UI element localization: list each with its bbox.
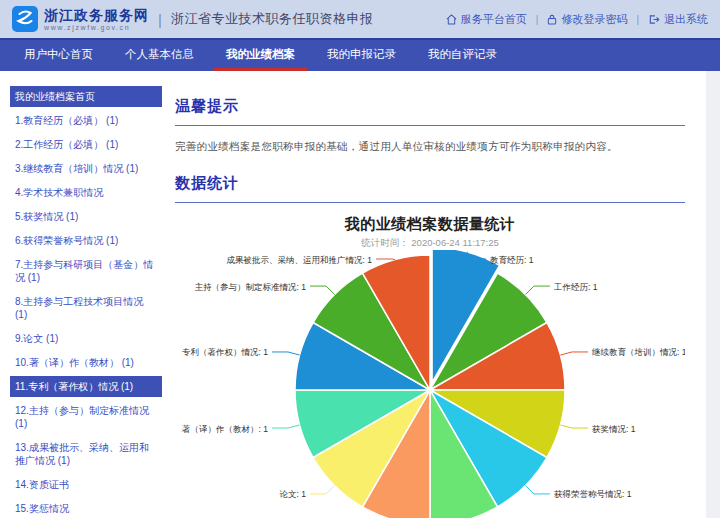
link-separator: |	[536, 14, 539, 25]
nav-tab-label: 个人基本信息	[125, 48, 194, 60]
content-area: 我的业绩档案首页 1.教育经历（必填） (1) 2.工作经历（必填） (1) 3…	[0, 71, 720, 518]
nav-tab[interactable]: 我的申报记录	[315, 40, 408, 71]
site-logo-icon	[12, 6, 38, 32]
sidebar-item-label: 3.继续教育（培训）情况 (1)	[15, 163, 138, 174]
logout-link[interactable]: 退出系统	[648, 12, 708, 27]
nav-tab[interactable]: 个人基本信息	[113, 40, 206, 71]
performance-pie-chart: 教育经历: 1工作经历: 1继续教育（培训）情况: 1获奖情况: 1获得荣誉称号…	[175, 250, 685, 518]
sidebar-item[interactable]: 我的业绩档案首页	[10, 86, 162, 107]
sidebar-item-label: 4.学术技术兼职情况	[15, 187, 103, 198]
lock-icon	[547, 14, 557, 25]
nav-tab-label: 用户中心首页	[24, 48, 93, 60]
nav-tab-label: 我的申报记录	[327, 48, 396, 60]
pie-label-leader	[310, 286, 334, 294]
sidebar-item-label: 11.专利（著作权）情况 (1)	[15, 381, 133, 392]
sidebar-item-label: 12.主持（参与）制定标准情况 (1)	[15, 405, 149, 429]
platform-home-link[interactable]: 服务平台首页	[446, 12, 527, 27]
site-header: 浙江政务服务网 www.zjzwfw.gov.cn | 浙江省专业技术职务任职资…	[0, 0, 720, 40]
sidebar-item-label: 13.成果被批示、采纳、运用和推广情况 (1)	[15, 442, 149, 466]
app-title: 浙江省专业技术职务任职资格申报	[171, 10, 374, 28]
sidebar-item[interactable]: 1.教育经历（必填） (1)	[10, 110, 162, 131]
sidebar-item-label: 9.论文 (1)	[15, 333, 58, 344]
sidebar-item[interactable]: 2.工作经历（必填） (1)	[10, 134, 162, 155]
home-icon	[446, 14, 457, 25]
stats-heading: 数据统计	[175, 174, 685, 193]
chart-title: 我的业绩档案数据量统计	[175, 215, 685, 234]
pie-label-leader	[560, 425, 588, 428]
sidebar-item-label: 2.工作经历（必填） (1)	[15, 139, 118, 150]
change-password-link[interactable]: 修改登录密码	[547, 12, 627, 27]
pie-slice-label: 继续教育（培训）情况: 1	[591, 347, 685, 357]
site-url: www.zjzwfw.gov.cn	[44, 24, 149, 31]
main-nav: 用户中心首页 个人基本信息 我的业绩档案 我的申报记录 我的自评记录	[0, 40, 720, 71]
pie-label-leader	[272, 352, 300, 355]
pie-label-leader	[560, 352, 588, 355]
sidebar-item-label: 1.教育经历（必填） (1)	[15, 115, 118, 126]
page-container: 我的业绩档案首页 1.教育经历（必填） (1) 2.工作经历（必填） (1) 3…	[0, 71, 706, 518]
sidebar-item-label: 我的业绩档案首页	[15, 91, 95, 102]
sidebar-item[interactable]: 14.资质证书	[10, 474, 162, 495]
sidebar-item[interactable]: 4.学术技术兼职情况	[10, 182, 162, 203]
sidebar-item[interactable]: 3.继续教育（培训）情况 (1)	[10, 158, 162, 179]
sidebar-item[interactable]: 7.主持参与科研项目（基金）情况 (1)	[10, 254, 162, 288]
section-rule	[175, 125, 685, 126]
tips-text: 完善的业绩档案是您职称申报的基础，通过用人单位审核的业绩项方可作为职称申报的内容…	[175, 140, 685, 154]
pie-slice-label: 教育经历: 1	[490, 255, 534, 265]
pie-label-leader	[525, 485, 549, 493]
pie-slice-label: 著（译）作（教材）: 1	[181, 424, 268, 434]
pie-slice-label: 主持（参与）制定标准情况: 1	[195, 282, 307, 292]
pie-slice-label: 获得荣誉称号情况: 1	[554, 489, 632, 499]
sidebar-item[interactable]: 10.著（译）作（教材） (1)	[10, 352, 162, 373]
sidebar-item[interactable]: 6.获得荣誉称号情况 (1)	[10, 230, 162, 251]
sidebar-item[interactable]: 13.成果被批示、采纳、运用和推广情况 (1)	[10, 437, 162, 471]
header-divider: |	[158, 11, 162, 28]
sidebar-item[interactable]: 11.专利（著作权）情况 (1)	[10, 376, 162, 397]
section-rule	[175, 202, 685, 203]
pie-slice-label: 工作经历: 1	[553, 282, 598, 292]
pie-slice-label: 专利（著作权）情况: 1	[182, 347, 268, 357]
pie-label-leader	[272, 425, 300, 428]
pie-slice-label: 论文: 1	[280, 489, 307, 499]
header-links: 服务平台首页 | 修改登录密码 | 退出系统	[446, 12, 708, 27]
pie-label-leader	[376, 259, 395, 260]
sidebar-item-label: 14.资质证书	[15, 479, 69, 490]
nav-tab[interactable]: 用户中心首页	[12, 40, 105, 71]
pie-slice-label: 获奖情况: 1	[592, 424, 636, 434]
sidebar-item[interactable]: 12.主持（参与）制定标准情况 (1)	[10, 400, 162, 434]
pie-label-leader	[525, 286, 549, 294]
site-name: 浙江政务服务网	[44, 8, 149, 22]
sidebar-item-label: 10.著（译）作（教材） (1)	[15, 357, 134, 368]
pie-label-leader	[310, 485, 334, 493]
sidebar-item[interactable]: 15.奖惩情况	[10, 498, 162, 518]
sidebar-item[interactable]: 9.论文 (1)	[10, 328, 162, 349]
site-logo-text: 浙江政务服务网 www.zjzwfw.gov.cn	[44, 8, 149, 31]
sidebar-item[interactable]: 5.获奖情况 (1)	[10, 206, 162, 227]
sidebar-item-label: 6.获得荣誉称号情况 (1)	[15, 235, 118, 246]
tips-heading: 温馨提示	[175, 97, 685, 116]
pie-slice-label: 成果被批示、采纳、运用和推广情况: 1	[227, 255, 373, 265]
sidebar-item-label: 5.获奖情况 (1)	[15, 211, 78, 222]
chart-subtitle: 统计时间： 2020-06-24 11:17:25	[175, 237, 685, 250]
nav-tab[interactable]: 我的业绩档案	[214, 40, 307, 71]
sidebar-item-label: 7.主持参与科研项目（基金）情况 (1)	[15, 259, 153, 283]
sidebar-item[interactable]: 8.主持参与工程技术项目情况 (1)	[10, 291, 162, 325]
nav-tab[interactable]: 我的自评记录	[416, 40, 509, 71]
nav-tab-label: 我的自评记录	[428, 48, 497, 60]
sidebar-item-label: 8.主持参与工程技术项目情况 (1)	[15, 296, 143, 320]
sidebar-menu: 我的业绩档案首页 1.教育经历（必填） (1) 2.工作经历（必填） (1) 3…	[10, 86, 162, 518]
link-separator: |	[636, 14, 639, 25]
sidebar-item-label: 15.奖惩情况	[15, 503, 69, 514]
nav-tab-label: 我的业绩档案	[226, 48, 295, 60]
main-panel: 温馨提示 完善的业绩档案是您职称申报的基础，通过用人单位审核的业绩项方可作为职称…	[162, 71, 707, 518]
logout-icon	[648, 14, 660, 25]
